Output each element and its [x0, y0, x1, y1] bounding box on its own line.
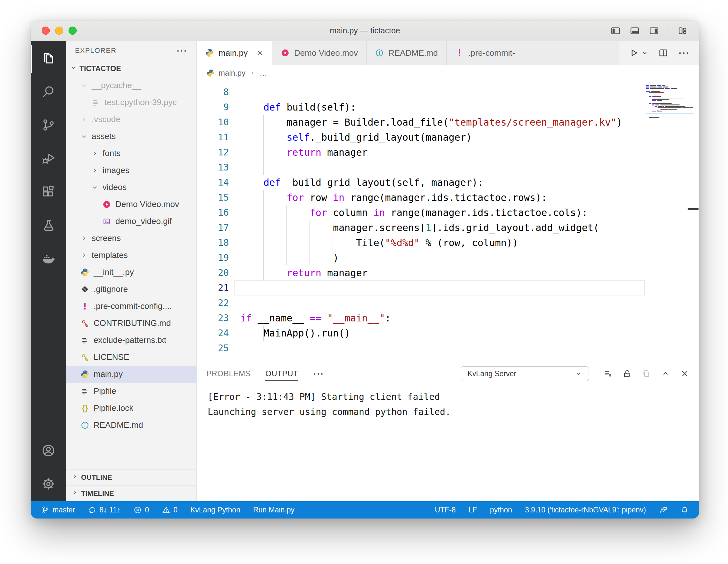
toggle-bottom-panel-icon[interactable] [630, 26, 640, 36]
toggle-right-sidebar-icon[interactable] [649, 26, 659, 36]
activity-item-testing[interactable] [31, 209, 66, 242]
status-lf[interactable]: LF [468, 506, 477, 514]
editor-more-actions-button[interactable]: ⋯ [678, 47, 690, 59]
explorer-more-actions-button[interactable]: ⋯ [176, 45, 187, 56]
status-0[interactable]: 0 [133, 506, 149, 514]
code-line-21[interactable]: 21 [197, 280, 699, 295]
code-editor[interactable]: 89 def build(self):10 manager = Builder.… [197, 81, 699, 363]
clear-output-button[interactable] [603, 369, 613, 378]
tree-item-main-py[interactable]: main.py [66, 366, 196, 383]
code-line-9[interactable]: 9 def build(self): [197, 100, 699, 115]
tree-item-demo-video-gif[interactable]: demo_video.gif [66, 213, 196, 230]
line-number-16[interactable]: 16 [197, 205, 229, 220]
status-master[interactable]: master [41, 506, 75, 514]
tree-item-exclude-patterns-txt[interactable]: exclude-patterns.txt [66, 332, 196, 349]
activity-item-explorer[interactable] [31, 42, 66, 76]
code-line-12[interactable]: 12 return manager [197, 145, 699, 160]
tree-item-readme-md[interactable]: README.md [66, 417, 196, 434]
line-number-25[interactable]: 25 [197, 341, 229, 356]
tree-item-templates[interactable]: templates [66, 247, 196, 264]
activity-item-settings[interactable] [31, 468, 66, 501]
tree-item-assets[interactable]: assets [66, 128, 196, 145]
tree-item-screens[interactable]: screens [66, 230, 196, 247]
timeline-section[interactable]: TIMELINE [66, 485, 196, 501]
line-number-8[interactable]: 8 [197, 85, 229, 100]
close-window-button[interactable] [42, 27, 50, 35]
code-line-23[interactable]: 23if __name__ == "__main__": [197, 311, 699, 326]
tree-item-init-py[interactable]: __init__.py [66, 264, 196, 281]
code-line-20[interactable]: 20 return manager [197, 265, 699, 280]
breadcrumb-more[interactable]: … [260, 69, 267, 78]
tree-item-videos[interactable]: videos [66, 179, 196, 196]
tree-item-demo-video-mov[interactable]: Demo Video.mov [66, 196, 196, 213]
tab-output[interactable]: OUTPUT [265, 363, 298, 384]
line-number-21[interactable]: 21 [197, 280, 229, 295]
unlock-scroll-button[interactable] [622, 369, 632, 378]
tree-item-license[interactable]: LICENSE [66, 349, 196, 366]
tree-item-images[interactable]: images [66, 162, 196, 179]
code-line-19[interactable]: 19 ) [197, 250, 699, 265]
open-output-in-editor-button[interactable] [641, 369, 651, 378]
line-number-15[interactable]: 15 [197, 190, 229, 205]
breadcrumb-file[interactable]: main.py [219, 69, 245, 78]
outline-section[interactable]: OUTLINE [66, 469, 196, 485]
line-number-19[interactable]: 19 [197, 250, 229, 265]
code-line-14[interactable]: 14 def _build_grid_layout(self, manager)… [197, 175, 699, 190]
code-line-25[interactable]: 25 [197, 341, 699, 356]
line-number-14[interactable]: 14 [197, 175, 229, 190]
activity-item-docker[interactable] [31, 242, 66, 276]
fullscreen-window-button[interactable] [69, 27, 77, 35]
panel-more-tabs-button[interactable]: ⋯ [313, 368, 324, 379]
run-options-chevron-icon[interactable] [641, 49, 649, 57]
tab-problems[interactable]: PROBLEMS [206, 363, 251, 384]
status-utf-8[interactable]: UTF-8 [435, 506, 456, 514]
split-editor-button[interactable] [658, 48, 668, 58]
status-kvlang-python[interactable]: KvLang Python [190, 506, 240, 514]
line-number-22[interactable]: 22 [197, 295, 229, 311]
tree-item-test-cpython-39-pyc[interactable]: test.cpython-39.pyc [66, 94, 196, 111]
status-3-9-10-tictactoe-rnbgval9-pipenv[interactable]: 3.9.10 ('tictactoe-rNbGVAL9': pipenv) [525, 506, 646, 514]
tab-main-py[interactable]: main.py [197, 41, 272, 65]
tree-item-gitignore[interactable]: .gitignore [66, 281, 196, 298]
titlebar[interactable]: main.py — tictactoe [31, 21, 699, 41]
line-number-24[interactable]: 24 [197, 326, 229, 341]
customize-layout-icon[interactable] [677, 26, 688, 36]
scrollbar-position-marker[interactable] [688, 208, 699, 210]
status-bell[interactable] [680, 506, 689, 514]
status-0[interactable]: 0 [162, 506, 178, 514]
activity-item-extensions[interactable] [31, 176, 66, 209]
line-number-11[interactable]: 11 [197, 130, 229, 145]
line-number-23[interactable]: 23 [197, 311, 229, 326]
line-number-12[interactable]: 12 [197, 145, 229, 160]
code-line-15[interactable]: 15 for row in range(manager.ids.tictacto… [197, 190, 699, 205]
code-line-10[interactable]: 10 manager = Builder.load_file("template… [197, 115, 699, 130]
code-line-22[interactable]: 22 [197, 295, 699, 311]
tree-item-vscode[interactable]: .vscode [66, 111, 196, 128]
status-8-11[interactable]: 8↓ 11↑ [88, 506, 120, 514]
close-tab-icon[interactable] [256, 49, 264, 57]
code-line-18[interactable]: 18 Tile("%d%d" % (row, column)) [197, 235, 699, 250]
code-line-8[interactable]: 8 [197, 85, 699, 100]
minimize-window-button[interactable] [55, 27, 63, 35]
activity-item-run-and-debug[interactable] [31, 142, 66, 176]
close-panel-button[interactable] [680, 369, 690, 378]
toggle-left-sidebar-icon[interactable] [610, 26, 621, 36]
line-number-9[interactable]: 9 [197, 100, 229, 115]
code-line-11[interactable]: 11 self._build_grid_layout(manager) [197, 130, 699, 145]
activity-item-source-control[interactable] [31, 109, 66, 142]
status-python[interactable]: python [490, 506, 512, 514]
tab-pre-commit[interactable]: .pre-commit- [447, 41, 524, 65]
code-line-16[interactable]: 16 for column in range(manager.ids.ticta… [197, 205, 699, 220]
tree-item-fonts[interactable]: fonts [66, 145, 196, 162]
activity-item-search[interactable] [31, 76, 66, 109]
tab-demo-video-mov[interactable]: Demo Video.mov [272, 41, 367, 65]
line-number-18[interactable]: 18 [197, 235, 229, 250]
code-line-17[interactable]: 17 manager.screens[1].ids.grid_layout.ad… [197, 220, 699, 235]
maximize-panel-button[interactable] [661, 369, 670, 378]
activity-item-accounts[interactable] [31, 435, 66, 468]
line-number-20[interactable]: 20 [197, 265, 229, 280]
line-number-13[interactable]: 13 [197, 160, 229, 175]
tab-readme-md[interactable]: README.md [367, 41, 447, 65]
tree-item-pipfile[interactable]: Pipfile [66, 383, 196, 400]
tree-item-pipfile-lock[interactable]: {}Pipfile.lock [66, 400, 196, 417]
